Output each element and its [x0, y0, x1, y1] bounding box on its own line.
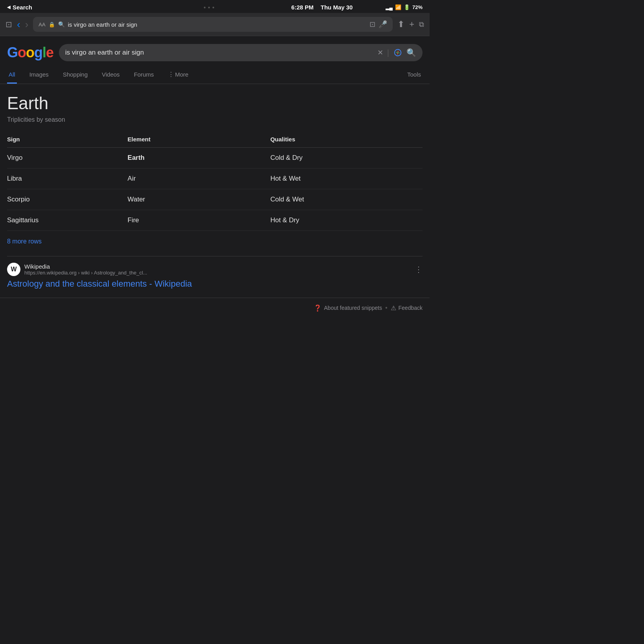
mic-icon[interactable]: 🎤 — [379, 20, 387, 29]
google-header: Google is virgo an earth or air sign ✕ |… — [0, 36, 430, 65]
triplicities-table: Sign Element Qualities Virgo Earth Cold … — [7, 131, 423, 231]
col-sign-header: Sign — [7, 131, 104, 148]
featured-answer: Earth — [7, 93, 423, 113]
more-rows-link[interactable]: 8 more rows — [7, 238, 423, 245]
cell-element-sagittarius: Fire — [104, 210, 247, 231]
cell-qualities-scorpio: Cold & Wet — [247, 189, 423, 210]
wiki-options-icon[interactable]: ⋮ — [415, 265, 423, 274]
col-element-header: Element — [104, 131, 247, 148]
search-box[interactable]: is virgo an earth or air sign ✕ | 🔍 — [59, 44, 423, 61]
more-dots-icon: ⋮ — [168, 71, 174, 78]
tab-more[interactable]: ⋮ More — [166, 65, 190, 84]
add-tab-icon[interactable]: + — [409, 19, 414, 29]
autofill-icon: ⊡ — [370, 20, 375, 29]
share-icon[interactable]: ⬆ — [397, 19, 404, 29]
wiki-source-name: Wikipedia — [24, 263, 147, 270]
snippets-help-icon: ❓ — [314, 304, 322, 312]
google-lens-icon[interactable] — [393, 48, 402, 57]
wiki-domain-info: Wikipedia https://en.wikipedia.org › wik… — [24, 263, 147, 276]
table-row: Virgo Earth Cold & Dry — [7, 148, 423, 168]
status-center: ● ● ● — [203, 5, 214, 9]
status-bar: ◀ Search ● ● ● 6:28 PM Thu May 30 ▂▄ 📶 🔋… — [0, 0, 430, 13]
status-right: ▂▄ 📶 🔋 72% — [386, 4, 423, 10]
cell-element-virgo: Earth — [104, 148, 247, 168]
search-tabs: All Images Shopping Videos Forums ⋮ More… — [0, 65, 430, 84]
wifi-icon: 📶 — [395, 4, 401, 10]
cell-sign-sagittarius: Sagittarius — [7, 210, 104, 231]
cell-sign-libra: Libra — [7, 168, 104, 189]
tab-videos[interactable]: Videos — [100, 66, 121, 84]
address-search-icon: 🔍 — [58, 21, 65, 27]
snippets-text: About featured snippets — [324, 305, 382, 311]
tab-tools[interactable]: Tools — [406, 66, 423, 84]
table-row: Sagittarius Fire Hot & Dry — [7, 210, 423, 231]
font-size-indicator: AA — [38, 22, 45, 27]
cell-qualities-sagittarius: Hot & Dry — [247, 210, 423, 231]
tab-forums[interactable]: Forums — [132, 66, 156, 84]
about-snippets-item[interactable]: ❓ About featured snippets — [314, 304, 382, 312]
feedback-icon: ⚠ — [391, 304, 396, 312]
address-bar[interactable]: AA 🔒 🔍 is virgo an earth or air sign ⊡ 🎤 — [33, 17, 393, 32]
cell-element-libra: Air — [104, 168, 247, 189]
cell-qualities-virgo: Cold & Dry — [247, 148, 423, 168]
lock-icon: 🔒 — [49, 22, 55, 27]
col-qualities-header: Qualities — [247, 131, 423, 148]
status-time-date: 6:28 PM Thu May 30 — [291, 4, 353, 11]
footer-separator: • — [385, 304, 388, 311]
cell-sign-scorpio: Scorpio — [7, 189, 104, 210]
table-row: Libra Air Hot & Wet — [7, 168, 423, 189]
tab-all[interactable]: All — [7, 66, 17, 84]
back-arrow-status: ◀ — [7, 5, 10, 10]
wiki-result: W Wikipedia https://en.wikipedia.org › w… — [7, 256, 423, 290]
status-date: Thu May 30 — [321, 4, 353, 11]
wiki-link[interactable]: Astrology and the classical elements - W… — [7, 278, 423, 290]
google-logo: Google — [7, 44, 53, 61]
status-time: 6:28 PM — [291, 4, 314, 11]
more-label: More — [175, 71, 188, 78]
carrier-name: Search — [13, 4, 32, 11]
wiki-url-text: https://en.wikipedia.org › wiki › Astrol… — [24, 270, 147, 276]
browser-toolbar: ⊡ ‹ › AA 🔒 🔍 is virgo an earth or air si… — [0, 13, 430, 36]
sidebar-toggle-icon[interactable]: ⊡ — [5, 20, 12, 29]
feedback-item[interactable]: ⚠ Feedback — [391, 304, 423, 312]
wiki-source-row: W Wikipedia https://en.wikipedia.org › w… — [7, 263, 423, 276]
featured-subtitle: Triplicities by season — [7, 116, 423, 123]
status-left: ◀ Search — [7, 4, 32, 11]
cell-element-scorpio: Water — [104, 189, 247, 210]
search-submit-icon[interactable]: 🔍 — [406, 48, 416, 57]
cell-sign-virgo: Virgo — [7, 148, 104, 168]
feedback-text: Feedback — [399, 305, 423, 311]
forward-button-icon[interactable]: › — [25, 18, 29, 31]
back-button-icon[interactable]: ‹ — [17, 18, 20, 31]
table-row: Scorpio Water Cold & Wet — [7, 189, 423, 210]
battery-pct: 72% — [412, 4, 423, 10]
signal-icon: ▂▄ — [386, 5, 393, 10]
search-query-text: is virgo an earth or air sign — [65, 49, 373, 57]
tabs-icon[interactable]: ⧉ — [419, 20, 424, 29]
battery-icon: 🔋 — [404, 4, 410, 10]
address-text[interactable]: is virgo an earth or air sign — [68, 21, 366, 28]
wiki-favicon: W — [7, 263, 20, 276]
main-content: Earth Triplicities by season Sign Elemen… — [0, 84, 430, 290]
cell-qualities-libra: Hot & Wet — [247, 168, 423, 189]
search-divider: | — [387, 48, 389, 57]
tab-images[interactable]: Images — [28, 66, 50, 84]
clear-search-icon[interactable]: ✕ — [377, 48, 383, 57]
footer: ❓ About featured snippets • ⚠ Feedback — [0, 298, 430, 318]
tab-shopping[interactable]: Shopping — [61, 66, 89, 84]
